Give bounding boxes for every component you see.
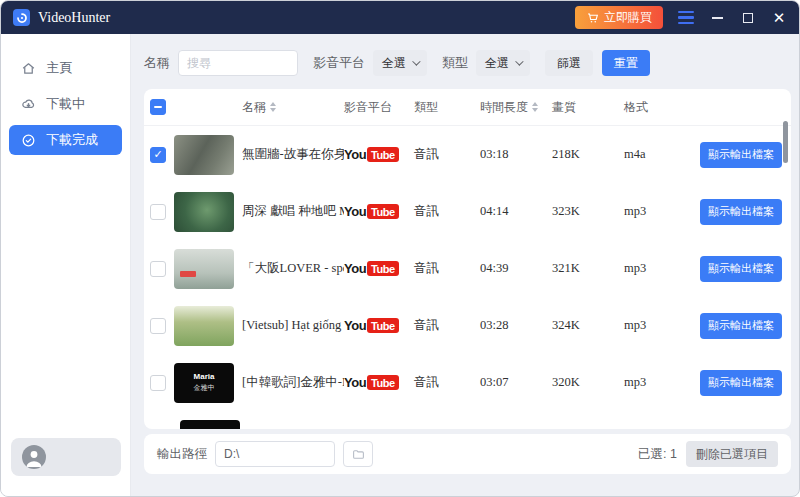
quality: 320K <box>552 375 624 390</box>
reset-button[interactable]: 重置 <box>602 50 650 76</box>
quality: 321K <box>552 261 624 276</box>
format: m4a <box>624 147 700 162</box>
output-path-label: 輸出路徑 <box>157 446 207 463</box>
browse-folder-button[interactable] <box>343 441 373 467</box>
sidebar-item-home[interactable]: 主頁 <box>9 53 122 83</box>
scrollbar-thumb[interactable] <box>783 121 788 163</box>
table-row: 「大阪LOVER - spe... You Tube 音訊 04:39 321K… <box>144 240 791 297</box>
platform-filter-label: 影音平台 <box>313 54 365 72</box>
type-dropdown[interactable]: 全選 <box>476 50 530 76</box>
row-checkbox[interactable] <box>150 318 166 334</box>
format: mp3 <box>624 318 700 333</box>
table-row: [Vietsub] Hạt giống v... You Tube 音訊 03:… <box>144 297 791 354</box>
column-header-name[interactable]: 名稱 <box>242 99 344 116</box>
menu-icon[interactable] <box>678 11 694 25</box>
row-checkbox[interactable]: ✓ <box>150 147 166 163</box>
column-header-platform: 影音平台 <box>344 99 414 116</box>
quality: 324K <box>552 318 624 333</box>
video-thumbnail <box>174 135 234 175</box>
platform-dropdown[interactable]: 全選 <box>373 50 427 76</box>
youtube-logo: You Tube <box>344 375 414 390</box>
show-output-file-button[interactable]: 顯示輸出檔案 <box>700 142 782 168</box>
footer-bar: 輸出路徑 已選: 1 刪除已選項目 <box>144 434 791 474</box>
video-thumbnail: Maria 金雅中 <box>174 363 234 403</box>
maximize-button[interactable] <box>740 10 756 26</box>
youtube-logo: You Tube <box>344 204 414 219</box>
column-header-type: 類型 <box>414 99 480 116</box>
video-thumbnail <box>174 306 234 346</box>
sort-icon <box>270 102 276 112</box>
sidebar: 主頁 下載中 下載完成 <box>1 34 131 496</box>
cart-icon <box>586 12 599 24</box>
sidebar-item-downloading[interactable]: 下載中 <box>9 89 122 119</box>
video-title: [中韓歌詞]金雅中-M... <box>242 374 344 391</box>
show-output-file-button[interactable]: 顯示輸出檔案 <box>700 370 782 396</box>
table-row: 周深 獻唱 种地吧 M... You Tube 音訊 04:14 323K mp… <box>144 183 791 240</box>
media-type: 音訊 <box>414 203 480 220</box>
sort-icon <box>532 102 538 112</box>
show-output-file-button[interactable]: 顯示輸出檔案 <box>700 199 782 225</box>
check-circle-icon <box>21 133 36 148</box>
video-thumbnail <box>180 420 240 429</box>
main-content: 名稱 影音平台 全選 類型 全選 篩選 重置 <box>131 34 799 496</box>
duration: 03:18 <box>480 147 552 162</box>
delete-selected-button[interactable]: 刪除已選項目 <box>686 441 778 467</box>
account-button[interactable] <box>11 438 121 476</box>
duration: 04:14 <box>480 204 552 219</box>
video-thumbnail <box>174 192 234 232</box>
filter-bar: 名稱 影音平台 全選 類型 全選 篩選 重置 <box>144 50 791 76</box>
duration: 04:39 <box>480 261 552 276</box>
cloud-download-icon <box>21 97 36 112</box>
video-title: 周深 獻唱 种地吧 M... <box>242 203 344 220</box>
column-header-format: 格式 <box>624 99 700 116</box>
column-header-quality: 畫質 <box>552 99 624 116</box>
show-output-file-button[interactable]: 顯示輸出檔案 <box>700 313 782 339</box>
video-title: 無圍牆-故事在你身... <box>242 146 344 163</box>
row-checkbox[interactable] <box>150 261 166 277</box>
select-all-checkbox[interactable] <box>150 99 166 115</box>
app-logo-icon <box>13 9 30 26</box>
output-path-input[interactable] <box>215 441 335 467</box>
quality: 323K <box>552 204 624 219</box>
media-type: 音訊 <box>414 260 480 277</box>
search-input[interactable] <box>178 50 298 76</box>
folder-icon <box>351 448 366 461</box>
home-icon <box>21 61 36 76</box>
app-title: VideoHunter <box>38 10 110 26</box>
quality: 218K <box>552 147 624 162</box>
name-filter-label: 名稱 <box>144 54 170 72</box>
video-thumbnail <box>174 249 234 289</box>
close-button[interactable]: ✕ <box>771 10 787 26</box>
duration: 03:28 <box>480 318 552 333</box>
media-type: 音訊 <box>414 374 480 391</box>
type-filter-label: 類型 <box>442 54 468 72</box>
show-output-file-button[interactable]: 顯示輸出檔案 <box>700 256 782 282</box>
row-checkbox[interactable] <box>150 375 166 391</box>
media-type: 音訊 <box>414 317 480 334</box>
buy-now-button[interactable]: 立即購買 <box>575 6 663 29</box>
youtube-logo: You Tube <box>344 147 414 162</box>
chevron-down-icon <box>515 57 523 65</box>
table-row: ✓ 無圍牆-故事在你身... You Tube 音訊 03:18 218K m4… <box>144 126 791 183</box>
youtube-logo: You Tube <box>344 261 414 276</box>
format: mp3 <box>624 204 700 219</box>
avatar-icon <box>22 445 46 469</box>
video-title: [Vietsub] Hạt giống v... <box>242 318 344 333</box>
row-checkbox[interactable] <box>150 204 166 220</box>
minimize-button[interactable] <box>709 10 725 26</box>
video-title: 「大阪LOVER - spe... <box>242 260 344 277</box>
selected-count: 已選: 1 <box>638 446 677 463</box>
format: mp3 <box>624 261 700 276</box>
table-row: Maria 金雅中 [中韓歌詞]金雅中-M... You Tube 音訊 03:… <box>144 354 791 411</box>
youtube-logo: You Tube <box>344 318 414 333</box>
download-list-panel: 名稱 影音平台 類型 時間長度 畫質 格式 ✓ <box>144 89 791 429</box>
filter-button[interactable]: 篩選 <box>545 50 593 76</box>
sidebar-item-completed[interactable]: 下載完成 <box>9 125 122 155</box>
table-header: 名稱 影音平台 類型 時間長度 畫質 格式 <box>144 89 791 126</box>
column-header-duration[interactable]: 時間長度 <box>480 99 552 116</box>
format: mp3 <box>624 375 700 390</box>
app-window: VideoHunter 立即購買 ✕ 主頁 下載中 下載完 <box>0 0 800 497</box>
titlebar: VideoHunter 立即購買 ✕ <box>1 1 799 34</box>
media-type: 音訊 <box>414 146 480 163</box>
duration: 03:07 <box>480 375 552 390</box>
